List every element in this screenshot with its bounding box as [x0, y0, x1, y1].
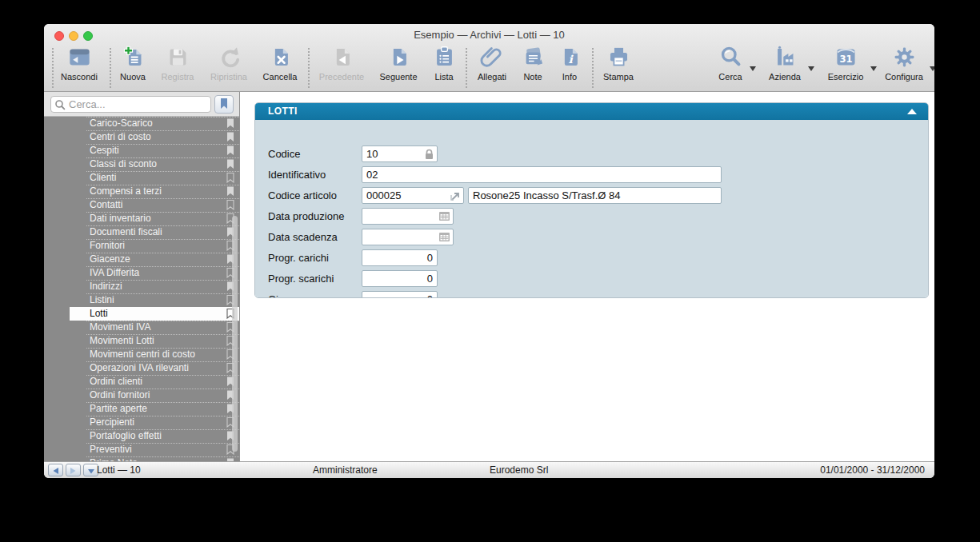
sidebar-scrollbar[interactable]	[232, 216, 238, 452]
next-record-nav-button[interactable]	[66, 464, 81, 476]
sidebar-item-ordini-fornitori[interactable]: Ordini fornitori	[44, 389, 239, 402]
window-header: Esempio — Archivi — Lotti — 10 NascondiN…	[44, 24, 934, 92]
dropdown-arrow-icon[interactable]	[750, 66, 756, 71]
sidebar-search-bar	[44, 92, 239, 117]
toolbar-button-label: Cancella	[256, 72, 304, 82]
next-record-icon	[373, 45, 424, 71]
sidebar-item-documenti-fiscali[interactable]: Documenti fiscali	[44, 225, 239, 239]
codice-articolo-description-field[interactable]	[469, 188, 721, 203]
identificativo-label: Identificativo	[268, 166, 326, 183]
toolbar-button-info[interactable]: iInfo	[556, 45, 583, 90]
undo-icon	[202, 45, 255, 71]
sidebar: Carico-ScaricoCentri di costoCespitiClas…	[44, 92, 240, 461]
sidebar-item-lotti[interactable]: Lotti	[44, 307, 239, 321]
fiscal-year-icon: 31	[822, 45, 870, 71]
toolbar-button-seguente[interactable]: Seguente	[373, 45, 424, 90]
sidebar-item-giacenze[interactable]: Giacenze	[44, 253, 239, 266]
toolbar-button-cerca[interactable]: Cerca	[712, 45, 749, 90]
toolbar-button-stampa[interactable]: Stampa	[598, 45, 639, 90]
sidebar-item-label: Percipienti	[90, 416, 134, 429]
sidebar-item-indirizzi[interactable]: Indirizzi	[44, 280, 239, 293]
sidebar-item-movimenti-iva[interactable]: Movimenti IVA	[44, 321, 239, 334]
progr-scarichi-field-wrap	[362, 270, 438, 287]
sidebar-item-compensi-a-terzi[interactable]: Compensi a terzi	[44, 185, 239, 198]
calendar-icon[interactable]	[438, 211, 450, 221]
sidebar-item-label: Preventivi	[90, 443, 132, 456]
giacenza-field[interactable]	[362, 292, 437, 298]
new-document-icon	[113, 45, 153, 71]
toolbar-button-note[interactable]: Note	[517, 45, 549, 90]
sidebar-item-partite-aperte[interactable]: Partite aperte	[44, 402, 239, 416]
sidebar-item-clienti[interactable]: Clienti	[44, 171, 239, 185]
dropdown-arrow-icon[interactable]	[870, 66, 877, 71]
progr-carichi-field[interactable]	[362, 250, 437, 265]
toolbar-button-ripristina[interactable]: Ripristina	[202, 45, 255, 90]
toolbar-button-allegati[interactable]: Allegati	[470, 45, 514, 90]
data-scadenza-field-wrap	[362, 229, 454, 245]
search-icon	[54, 99, 66, 110]
sidebar-item-centri-di-costo[interactable]: Centri di costo	[44, 130, 239, 144]
toolbar-button-label: Esercizio	[822, 72, 870, 82]
sidebar-item-cespiti[interactable]: Cespiti	[44, 144, 239, 157]
attachment-icon	[470, 45, 514, 71]
sidebar-item-movimenti-lotti[interactable]: Movimenti Lotti	[44, 334, 239, 348]
sidebar-item-listini[interactable]: Listini	[44, 293, 239, 307]
dropdown-arrow-icon[interactable]	[808, 66, 814, 71]
sidebar-item-label: Documenti fiscali	[90, 225, 162, 239]
toolbar-button-precedente[interactable]: Precedente	[313, 45, 370, 90]
fiscal-period-label: 01/01/2000 - 31/12/2000	[820, 464, 925, 476]
toolbar-button-label: Allegati	[470, 72, 514, 82]
bookmark-filter-button[interactable]	[214, 95, 234, 114]
bookmark-icon	[226, 132, 234, 146]
toolbar-button-registra[interactable]: Registra	[154, 45, 201, 90]
calendar-icon[interactable]	[438, 232, 450, 242]
save-icon	[154, 45, 201, 71]
sidebar-item-label: Operazioni IVA rilevanti	[90, 361, 189, 375]
progr-scarichi-field[interactable]	[362, 271, 437, 286]
company-label: Eurodemo Srl	[490, 464, 548, 476]
search-field[interactable]	[50, 96, 211, 113]
goto-record-icon[interactable]	[450, 190, 461, 201]
dropdown-arrow-icon[interactable]	[930, 66, 934, 71]
toolbar-button-label: Registra	[154, 72, 201, 82]
toolbar-button-nascondi[interactable]: Nascondi	[50, 45, 108, 90]
sidebar-item-contatti[interactable]: Contatti	[44, 198, 239, 212]
arrow-left-icon	[52, 467, 59, 475]
bookmark-icon	[226, 159, 234, 173]
collapse-panel-icon[interactable]	[907, 109, 917, 114]
toolbar-button-cancella[interactable]: Cancella	[256, 45, 304, 90]
panel-title: LOTTI	[268, 106, 298, 117]
sidebar-item-dati-inventario[interactable]: Dati inventario	[44, 212, 239, 225]
toolbar-button-nuova[interactable]: Nuova	[113, 45, 153, 90]
toolbar-button-lista[interactable]: Lista	[428, 45, 460, 90]
sidebar-item-ordini-clienti[interactable]: Ordini clienti	[44, 375, 239, 389]
sidebar-item-label: Portafoglio effetti	[90, 429, 162, 443]
search-input[interactable]	[69, 98, 206, 111]
sidebar-item-label: Dati inventario	[90, 212, 151, 225]
sidebar-item-portafoglio-effetti[interactable]: Portafoglio effetti	[44, 429, 239, 443]
previous-record-nav-button[interactable]	[48, 464, 63, 476]
sidebar-item-label: Contatti	[90, 198, 122, 212]
codice-articolo-code-field[interactable]	[362, 188, 463, 203]
sidebar-item-label: Movimenti centri di costo	[90, 348, 195, 361]
panel-header: LOTTI	[255, 103, 928, 120]
sidebar-item-classi-di-sconto[interactable]: Classi di sconto	[44, 157, 239, 171]
sidebar-item-label: Movimenti IVA	[90, 321, 150, 334]
toolbar-separator	[592, 48, 594, 88]
sidebar-item-carico-scarico[interactable]: Carico-Scarico	[44, 117, 239, 130]
sidebar-item-percipienti[interactable]: Percipienti	[44, 416, 239, 429]
toolbar-button-esercizio[interactable]: 31Esercizio	[822, 45, 870, 90]
sidebar-item-movimenti-centri-di-costo[interactable]: Movimenti centri di costo	[44, 348, 239, 361]
toolbar-button-configura[interactable]: Configura	[879, 45, 929, 90]
sidebar-item-fornitori[interactable]: Fornitori	[44, 239, 239, 253]
sidebar-item-operazioni-iva-rilevanti[interactable]: Operazioni IVA rilevanti	[44, 361, 239, 375]
toolbar-button-azienda[interactable]: Azienda	[762, 45, 807, 90]
sidebar-item-label: Fornitori	[90, 239, 125, 253]
toolbar-button-label: Nuova	[113, 72, 153, 82]
identificativo-field[interactable]	[362, 167, 721, 182]
sidebar-item-iva-differita[interactable]: IVA Differita	[44, 266, 239, 280]
bookmark-icon	[226, 145, 234, 160]
settings-icon	[879, 45, 929, 71]
sidebar-item-label: Compensi a terzi	[90, 185, 162, 198]
sidebar-item-preventivi[interactable]: Preventivi	[44, 443, 239, 456]
